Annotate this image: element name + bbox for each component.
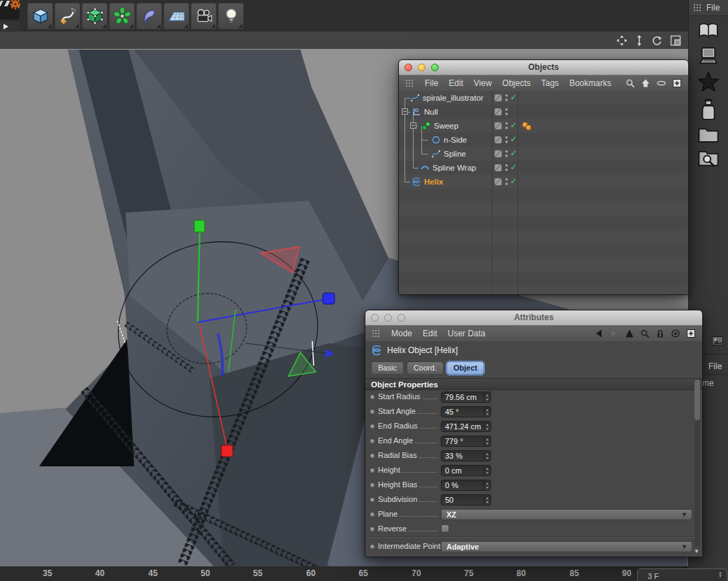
target-icon[interactable] <box>671 329 680 338</box>
tab-object[interactable]: Object <box>446 361 484 375</box>
z-axis-handle[interactable] <box>323 293 335 304</box>
materials-file-menu[interactable]: File <box>708 361 722 371</box>
menu-objects[interactable]: Objects <box>502 78 531 88</box>
grip-icon[interactable] <box>405 79 414 87</box>
layer-toggle[interactable] <box>495 136 502 143</box>
toggle-view-icon[interactable] <box>670 35 681 46</box>
enabled-check[interactable]: ✓ <box>510 134 517 144</box>
zoom-button[interactable] <box>398 314 405 322</box>
objects-titlebar[interactable]: Objects <box>399 60 688 76</box>
attributes-titlebar[interactable]: Attributes <box>365 310 702 326</box>
sidebar-item-folder[interactable] <box>689 126 728 144</box>
keyframe-dot[interactable] <box>370 453 375 459</box>
add-panel-icon[interactable] <box>686 329 696 338</box>
grip-icon[interactable] <box>372 329 381 338</box>
stepper-icon[interactable]: ▲▼ <box>483 437 489 445</box>
enabled-check[interactable]: ✓ <box>510 162 517 172</box>
object-label[interactable]: spirale_illustrator <box>423 94 483 102</box>
search-icon[interactable] <box>625 78 635 88</box>
table-row-selected[interactable]: Helix ✓ <box>399 175 688 189</box>
primitive-cube-tool[interactable] <box>27 3 53 29</box>
plane-dropdown[interactable]: XZ▼ <box>441 509 692 520</box>
sidebar-item-star[interactable] <box>689 71 728 92</box>
add-panel-icon[interactable] <box>672 78 682 88</box>
frame-stepper[interactable]: ▲▼ <box>718 571 722 578</box>
eye-icon[interactable] <box>656 78 667 88</box>
menu-edit[interactable]: Edit <box>449 78 463 88</box>
end-angle-field[interactable]: 779 °▲▼ <box>441 436 491 447</box>
stepper-icon[interactable]: ▲▼ <box>483 422 489 431</box>
keyframe-dot[interactable] <box>370 468 375 473</box>
deformer-tool[interactable] <box>136 3 162 29</box>
end-radius-field[interactable]: 471.24 cm▲▼ <box>441 421 491 432</box>
frame-number-field[interactable]: 3 F ▲▼ <box>637 568 727 581</box>
menu-bookmarks[interactable]: Bookmarks <box>569 78 611 88</box>
visibility-dots[interactable] <box>505 108 508 116</box>
grip-icon[interactable] <box>693 3 702 12</box>
enabled-check[interactable]: ✓ <box>510 176 517 186</box>
timeline-ruler[interactable]: 35 40 45 50 55 60 65 70 75 80 85 90 <box>0 566 688 581</box>
tab-basic[interactable]: Basic <box>371 361 404 375</box>
menu-view[interactable]: View <box>474 78 492 88</box>
height-field[interactable]: 0 cm▲▼ <box>441 465 491 476</box>
sidebar-item-computer[interactable] <box>689 45 728 66</box>
scrollbar[interactable] <box>694 379 700 547</box>
table-row[interactable]: Spline ✓ <box>399 147 688 161</box>
object-label[interactable]: Helix <box>424 178 444 186</box>
sidebar-item-ink-bottle[interactable] <box>689 97 728 121</box>
layer-toggle[interactable] <box>495 122 502 129</box>
section-header[interactable]: Object Properties <box>365 378 702 390</box>
minimize-button[interactable] <box>418 64 425 71</box>
scrollbar-thumb[interactable] <box>694 380 700 420</box>
x-axis-handle[interactable] <box>221 445 233 457</box>
table-row[interactable]: n-Side ✓ <box>399 133 688 147</box>
collapse-toggle[interactable]: − <box>410 122 416 129</box>
editable-cube-tool[interactable] <box>82 3 108 29</box>
visibility-dots[interactable] <box>505 164 508 172</box>
scroll-down-icon[interactable]: ▼ <box>694 548 699 554</box>
layer-toggle[interactable] <box>495 178 502 185</box>
menu-edit[interactable]: Edit <box>423 329 437 338</box>
picture-icon[interactable] <box>712 336 723 345</box>
subdivision-field[interactable]: 50▲▼ <box>441 494 491 505</box>
back-icon[interactable] <box>594 329 604 338</box>
radial-bias-field[interactable]: 33 %▲▼ <box>441 450 491 461</box>
enabled-check[interactable]: ✓ <box>510 148 517 158</box>
layer-toggle[interactable] <box>495 164 502 171</box>
sidebar-item-folder-search[interactable] <box>689 149 728 170</box>
minimize-button[interactable] <box>384 314 392 322</box>
visibility-dots[interactable] <box>505 122 508 130</box>
table-row[interactable]: − Null <box>399 105 688 119</box>
keyframe-dot[interactable] <box>370 438 375 444</box>
render-settings-button[interactable] <box>0 0 22 31</box>
table-row[interactable]: Spline Wrap ✓ <box>399 161 688 175</box>
sidebar-item-book[interactable] <box>689 21 728 41</box>
keyframe-dot[interactable] <box>370 424 375 429</box>
object-label[interactable]: Spline Wrap <box>432 164 476 172</box>
reverse-checkbox[interactable] <box>441 524 449 533</box>
y-axis-handle[interactable] <box>194 220 205 232</box>
menu-tags[interactable]: Tags <box>541 78 559 88</box>
rotate-icon[interactable] <box>651 35 662 46</box>
object-label[interactable]: Spline <box>444 150 466 158</box>
keyframe-dot[interactable] <box>370 497 375 503</box>
play-strip[interactable] <box>0 22 20 31</box>
floor-tool[interactable] <box>163 3 189 29</box>
layer-toggle[interactable] <box>495 94 502 101</box>
keyframe-dot[interactable] <box>370 512 375 517</box>
stepper-icon[interactable]: ▲▼ <box>483 481 489 489</box>
stepper-icon[interactable]: ▲▼ <box>483 452 489 460</box>
menu-file[interactable]: File <box>425 78 438 88</box>
keyframe-dot[interactable] <box>370 482 375 488</box>
enabled-check[interactable]: ✓ <box>510 120 517 130</box>
keyframe-dot[interactable] <box>370 526 375 532</box>
stepper-icon[interactable]: ▲▼ <box>483 496 489 504</box>
stepper-icon[interactable]: ▲▼ <box>483 466 489 475</box>
keyframe-dot[interactable] <box>370 409 375 415</box>
zoom-icon[interactable] <box>635 35 643 46</box>
camera-tool[interactable] <box>191 3 217 29</box>
menu-user-data[interactable]: User Data <box>448 329 486 338</box>
keyframe-dot[interactable] <box>370 394 375 400</box>
height-bias-field[interactable]: 0 %▲▼ <box>441 480 491 491</box>
spline-pen-tool[interactable] <box>54 3 80 29</box>
